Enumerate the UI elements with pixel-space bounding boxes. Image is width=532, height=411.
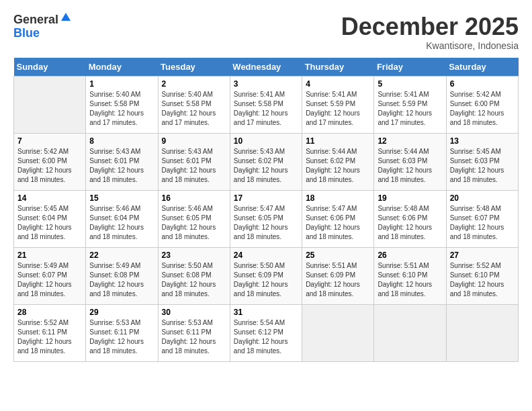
- table-row: [302, 304, 374, 361]
- day-number: 10: [234, 136, 298, 146]
- day-info: Sunrise: 5:45 AMSunset: 6:04 PMDaylight:…: [17, 204, 82, 242]
- day-info: Sunrise: 5:41 AMSunset: 5:58 PMDaylight:…: [234, 90, 298, 128]
- day-number: 19: [378, 193, 442, 203]
- day-info: Sunrise: 5:46 AMSunset: 6:05 PMDaylight:…: [162, 204, 226, 242]
- day-info: Sunrise: 5:52 AMSunset: 6:11 PMDaylight:…: [17, 318, 82, 356]
- day-number: 29: [89, 308, 154, 317]
- day-info: Sunrise: 5:47 AMSunset: 6:06 PMDaylight:…: [306, 204, 370, 242]
- day-info: Sunrise: 5:41 AMSunset: 5:59 PMDaylight:…: [306, 90, 370, 128]
- title-block: December 2025 Kwantisore, Indonesia: [341, 13, 519, 51]
- page-header: General Blue December 2025 Kwantisore, I…: [13, 13, 519, 51]
- table-row: 22Sunrise: 5:49 AMSunset: 6:08 PMDayligh…: [86, 247, 158, 304]
- col-wednesday: Wednesday: [230, 58, 302, 77]
- day-number: 12: [378, 136, 442, 146]
- day-info: Sunrise: 5:40 AMSunset: 5:58 PMDaylight:…: [162, 90, 226, 128]
- day-info: Sunrise: 5:54 AMSunset: 6:12 PMDaylight:…: [234, 318, 298, 356]
- month-title: December 2025: [341, 13, 519, 40]
- table-row: 27Sunrise: 5:52 AMSunset: 6:10 PMDayligh…: [446, 247, 518, 304]
- day-number: 16: [162, 193, 226, 203]
- col-monday: Monday: [86, 58, 158, 77]
- table-row: 17Sunrise: 5:47 AMSunset: 6:05 PMDayligh…: [230, 190, 302, 247]
- table-row: 16Sunrise: 5:46 AMSunset: 6:05 PMDayligh…: [158, 190, 230, 247]
- location-subtitle: Kwantisore, Indonesia: [341, 40, 519, 51]
- day-info: Sunrise: 5:44 AMSunset: 6:03 PMDaylight:…: [378, 147, 442, 185]
- table-row: 31Sunrise: 5:54 AMSunset: 6:12 PMDayligh…: [230, 304, 302, 361]
- col-tuesday: Tuesday: [158, 58, 230, 77]
- day-number: 18: [306, 193, 370, 203]
- table-row: [14, 76, 86, 133]
- table-row: 9Sunrise: 5:43 AMSunset: 6:01 PMDaylight…: [158, 133, 230, 190]
- day-info: Sunrise: 5:50 AMSunset: 6:08 PMDaylight:…: [162, 261, 226, 299]
- table-row: 12Sunrise: 5:44 AMSunset: 6:03 PMDayligh…: [374, 133, 446, 190]
- day-number: 7: [17, 136, 82, 146]
- table-row: 26Sunrise: 5:51 AMSunset: 6:10 PMDayligh…: [374, 247, 446, 304]
- day-info: Sunrise: 5:40 AMSunset: 5:58 PMDaylight:…: [89, 90, 154, 128]
- table-row: 8Sunrise: 5:43 AMSunset: 6:01 PMDaylight…: [86, 133, 158, 190]
- day-info: Sunrise: 5:41 AMSunset: 5:59 PMDaylight:…: [378, 90, 442, 128]
- day-info: Sunrise: 5:43 AMSunset: 6:02 PMDaylight:…: [234, 147, 298, 185]
- table-row: 4Sunrise: 5:41 AMSunset: 5:59 PMDaylight…: [302, 76, 374, 133]
- table-row: 19Sunrise: 5:48 AMSunset: 6:06 PMDayligh…: [374, 190, 446, 247]
- day-info: Sunrise: 5:48 AMSunset: 6:06 PMDaylight:…: [378, 204, 442, 242]
- table-row: 2Sunrise: 5:40 AMSunset: 5:58 PMDaylight…: [158, 76, 230, 133]
- logo: General Blue: [13, 13, 72, 40]
- day-number: 27: [450, 250, 515, 260]
- table-row: 11Sunrise: 5:44 AMSunset: 6:02 PMDayligh…: [302, 133, 374, 190]
- calendar-header: Sunday Monday Tuesday Wednesday Thursday…: [14, 58, 519, 77]
- table-row: 13Sunrise: 5:45 AMSunset: 6:03 PMDayligh…: [446, 133, 518, 190]
- table-row: 6Sunrise: 5:42 AMSunset: 6:00 PMDaylight…: [446, 76, 518, 133]
- day-info: Sunrise: 5:45 AMSunset: 6:03 PMDaylight:…: [450, 147, 515, 185]
- col-friday: Friday: [374, 58, 446, 77]
- day-number: 2: [162, 79, 226, 89]
- table-row: [446, 304, 518, 361]
- day-number: 4: [306, 79, 370, 89]
- col-thursday: Thursday: [302, 58, 374, 77]
- day-number: 5: [378, 79, 442, 89]
- table-row: 23Sunrise: 5:50 AMSunset: 6:08 PMDayligh…: [158, 247, 230, 304]
- day-info: Sunrise: 5:43 AMSunset: 6:01 PMDaylight:…: [89, 147, 154, 185]
- day-info: Sunrise: 5:42 AMSunset: 6:00 PMDaylight:…: [17, 147, 82, 185]
- day-info: Sunrise: 5:50 AMSunset: 6:09 PMDaylight:…: [234, 261, 298, 299]
- day-number: 13: [450, 136, 515, 146]
- day-info: Sunrise: 5:48 AMSunset: 6:07 PMDaylight:…: [450, 204, 515, 242]
- logo-icon: [60, 11, 72, 24]
- day-number: 25: [306, 250, 370, 260]
- day-number: 17: [234, 193, 298, 203]
- day-number: 15: [89, 193, 154, 203]
- table-row: 14Sunrise: 5:45 AMSunset: 6:04 PMDayligh…: [14, 190, 86, 247]
- day-number: 28: [17, 308, 82, 317]
- logo-blue: Blue: [13, 26, 40, 40]
- table-row: 3Sunrise: 5:41 AMSunset: 5:58 PMDaylight…: [230, 76, 302, 133]
- calendar-table: Sunday Monday Tuesday Wednesday Thursday…: [13, 58, 519, 362]
- day-number: 20: [450, 193, 515, 203]
- table-row: 18Sunrise: 5:47 AMSunset: 6:06 PMDayligh…: [302, 190, 374, 247]
- day-info: Sunrise: 5:53 AMSunset: 6:11 PMDaylight:…: [162, 318, 226, 356]
- table-row: 7Sunrise: 5:42 AMSunset: 6:00 PMDaylight…: [14, 133, 86, 190]
- table-row: [374, 304, 446, 361]
- day-info: Sunrise: 5:49 AMSunset: 6:08 PMDaylight:…: [89, 261, 154, 299]
- table-row: 10Sunrise: 5:43 AMSunset: 6:02 PMDayligh…: [230, 133, 302, 190]
- table-row: 1Sunrise: 5:40 AMSunset: 5:58 PMDaylight…: [86, 76, 158, 133]
- day-info: Sunrise: 5:43 AMSunset: 6:01 PMDaylight:…: [162, 147, 226, 185]
- day-number: 23: [162, 250, 226, 260]
- svg-marker-0: [61, 13, 71, 21]
- day-number: 24: [234, 250, 298, 260]
- calendar-body: 1Sunrise: 5:40 AMSunset: 5:58 PMDaylight…: [14, 76, 519, 361]
- day-number: 30: [162, 308, 226, 317]
- day-number: 22: [89, 250, 154, 260]
- table-row: 28Sunrise: 5:52 AMSunset: 6:11 PMDayligh…: [14, 304, 86, 361]
- table-row: 24Sunrise: 5:50 AMSunset: 6:09 PMDayligh…: [230, 247, 302, 304]
- day-number: 26: [378, 250, 442, 260]
- table-row: 25Sunrise: 5:51 AMSunset: 6:09 PMDayligh…: [302, 247, 374, 304]
- day-number: 8: [89, 136, 154, 146]
- day-info: Sunrise: 5:42 AMSunset: 6:00 PMDaylight:…: [450, 90, 515, 128]
- table-row: 5Sunrise: 5:41 AMSunset: 5:59 PMDaylight…: [374, 76, 446, 133]
- table-row: 29Sunrise: 5:53 AMSunset: 6:11 PMDayligh…: [86, 304, 158, 361]
- day-info: Sunrise: 5:47 AMSunset: 6:05 PMDaylight:…: [234, 204, 298, 242]
- day-number: 31: [234, 308, 298, 317]
- table-row: 15Sunrise: 5:46 AMSunset: 6:04 PMDayligh…: [86, 190, 158, 247]
- day-info: Sunrise: 5:53 AMSunset: 6:11 PMDaylight:…: [89, 318, 154, 356]
- col-saturday: Saturday: [446, 58, 518, 77]
- day-info: Sunrise: 5:51 AMSunset: 6:10 PMDaylight:…: [378, 261, 442, 299]
- day-number: 9: [162, 136, 226, 146]
